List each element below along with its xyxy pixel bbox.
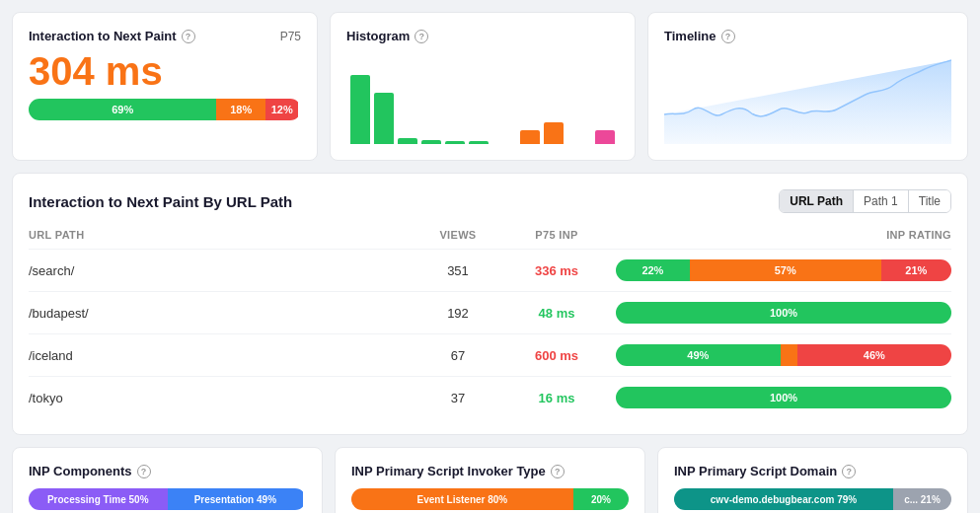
inp-domain-main: cwv-demo.debugbear.com 79%: [674, 488, 893, 510]
timeline-svg: [664, 55, 951, 144]
inp-script-domain-bar: cwv-demo.debugbear.com 79% c... 21%: [674, 488, 951, 510]
table-body: /search/351336 ms22%57%21%/budapest/1924…: [29, 250, 951, 419]
inp-bar-good: 69%: [29, 99, 216, 120]
inp-card-title: Interaction to Next Paint ?: [29, 29, 195, 43]
inp-script-other: 20%: [573, 488, 629, 510]
bar-segment-green: 100%: [616, 387, 951, 408]
bar-segment-orange: 57%: [690, 259, 881, 281]
histogram-card: Histogram ?: [330, 12, 636, 161]
col-views: VIEWS: [418, 225, 497, 250]
inp-script-type-card: INP Primary Script Invoker Type ? Event …: [335, 447, 645, 513]
bar-segment-orange: [781, 344, 797, 366]
rating-bar-cell: 49%46%: [616, 334, 951, 377]
p75-inp-cell: 336 ms: [497, 250, 616, 292]
inp-script-type-bar: Event Listener 80% 20%: [351, 488, 629, 510]
url-path-cell: /budapest/: [29, 292, 418, 334]
url-path-cell: /search/: [29, 250, 418, 292]
table-row: /iceland67600 ms49%46%: [29, 334, 951, 377]
hist-bar-3: [398, 138, 417, 144]
inp-components-help-icon[interactable]: ?: [137, 465, 151, 478]
inp-script-type-title-text: INP Primary Script Invoker Type: [351, 464, 546, 478]
table-row: /tokyo3716 ms100%: [29, 377, 951, 419]
histogram-title: Histogram ?: [346, 29, 619, 43]
bar-segment-green: 49%: [616, 344, 781, 366]
inp-comp-processing: Processing Time 50%: [29, 488, 168, 510]
views-cell: 351: [418, 250, 497, 292]
col-inp-rating: INP RATING: [616, 225, 951, 250]
inp-script-domain-title: INP Primary Script Domain ?: [674, 464, 951, 478]
hist-bar-4: [421, 140, 441, 144]
inp-script-domain-card: INP Primary Script Domain ? cwv-demo.deb…: [657, 447, 968, 513]
views-cell: 67: [418, 334, 497, 377]
rating-bar: 100%: [616, 302, 951, 324]
inp-bar-poor: 12%: [265, 99, 298, 120]
inp-value: 304 ms: [29, 51, 301, 91]
inp-domain-other: c... 21%: [893, 488, 951, 510]
inp-script-domain-title-text: INP Primary Script Domain: [674, 464, 837, 478]
p75-inp-cell: 16 ms: [497, 377, 616, 419]
histogram-help-icon[interactable]: ?: [415, 30, 428, 43]
rating-bar-cell: 100%: [616, 292, 951, 334]
inp-progress-bar: 69% 18% 12%: [29, 99, 301, 120]
inp-components-card: INP Components ? Processing Time 50% Pre…: [12, 447, 323, 513]
inp-script-event-listener: Event Listener 80%: [351, 488, 573, 510]
rating-bar-cell: 100%: [616, 377, 951, 419]
inp-card-header: Interaction to Next Paint ? P75: [29, 29, 301, 43]
inp-card: Interaction to Next Paint ? P75 304 ms 6…: [12, 12, 318, 161]
tab-title[interactable]: Title: [909, 190, 950, 212]
hist-bar-6: [469, 141, 489, 144]
rating-bar: 100%: [616, 387, 951, 408]
timeline-card: Timeline ?: [647, 12, 968, 161]
rating-bar: 22%57%21%: [616, 259, 951, 281]
bottom-row: INP Components ? Processing Time 50% Pre…: [12, 447, 968, 513]
bar-segment-green: 100%: [616, 302, 951, 324]
p75-inp-cell: 48 ms: [497, 292, 616, 334]
inp-bar-needs-improvement: 18%: [216, 99, 265, 120]
views-cell: 192: [418, 292, 497, 334]
bar-segment-green: 22%: [616, 259, 690, 281]
inp-components-bar: Processing Time 50% Presentation 49%: [29, 488, 306, 510]
histogram-bars: [346, 55, 619, 144]
inp-p75-label: P75: [280, 30, 301, 43]
data-table: URL PATH VIEWS P75 INP INP RATING /searc…: [29, 225, 951, 418]
hist-bar-1: [350, 75, 370, 144]
bar-segment-red: 21%: [881, 259, 951, 281]
table-header-row: Interaction to Next Paint By URL Path UR…: [29, 189, 951, 213]
tab-group: URL Path Path 1 Title: [779, 189, 951, 213]
hist-bar-8: [544, 122, 564, 144]
top-row: Interaction to Next Paint ? P75 304 ms 6…: [12, 12, 968, 161]
rating-bar-cell: 22%57%21%: [616, 250, 951, 292]
inp-comp-presentation: Presentation 49%: [168, 488, 304, 510]
inp-components-title: INP Components ?: [29, 464, 306, 478]
tab-url-path[interactable]: URL Path: [780, 190, 853, 212]
col-p75-inp: P75 INP: [497, 225, 616, 250]
table-header: URL PATH VIEWS P75 INP INP RATING: [29, 225, 951, 250]
timeline-title-text: Timeline: [664, 29, 716, 43]
table-card: Interaction to Next Paint By URL Path UR…: [12, 173, 968, 435]
inp-title-text: Interaction to Next Paint: [29, 29, 177, 43]
table-title: Interaction to Next Paint By URL Path: [29, 193, 292, 210]
url-path-cell: /tokyo: [29, 377, 418, 419]
bar-segment-red: 46%: [797, 344, 951, 366]
timeline-title: Timeline ?: [664, 29, 951, 43]
rating-bar: 49%46%: [616, 344, 951, 366]
inp-components-title-text: INP Components: [29, 464, 132, 478]
inp-script-type-help-icon[interactable]: ?: [551, 465, 565, 478]
hist-bar-2: [374, 93, 394, 144]
p75-inp-cell: 600 ms: [497, 334, 616, 377]
histogram-title-text: Histogram: [346, 29, 410, 43]
hist-bar-9: [595, 130, 615, 144]
tab-path-1[interactable]: Path 1: [854, 190, 908, 212]
hist-bar-7: [520, 130, 540, 144]
table-row: /budapest/19248 ms100%: [29, 292, 951, 334]
inp-script-type-title: INP Primary Script Invoker Type ?: [351, 464, 629, 478]
hist-bar-5: [445, 141, 465, 144]
table-row: /search/351336 ms22%57%21%: [29, 250, 951, 292]
views-cell: 37: [418, 377, 497, 419]
col-url-path: URL PATH: [29, 225, 418, 250]
url-path-cell: /iceland: [29, 334, 418, 377]
inp-help-icon[interactable]: ?: [182, 30, 195, 43]
inp-script-domain-help-icon[interactable]: ?: [842, 465, 856, 478]
timeline-chart: [664, 55, 951, 144]
timeline-help-icon[interactable]: ?: [721, 30, 735, 43]
